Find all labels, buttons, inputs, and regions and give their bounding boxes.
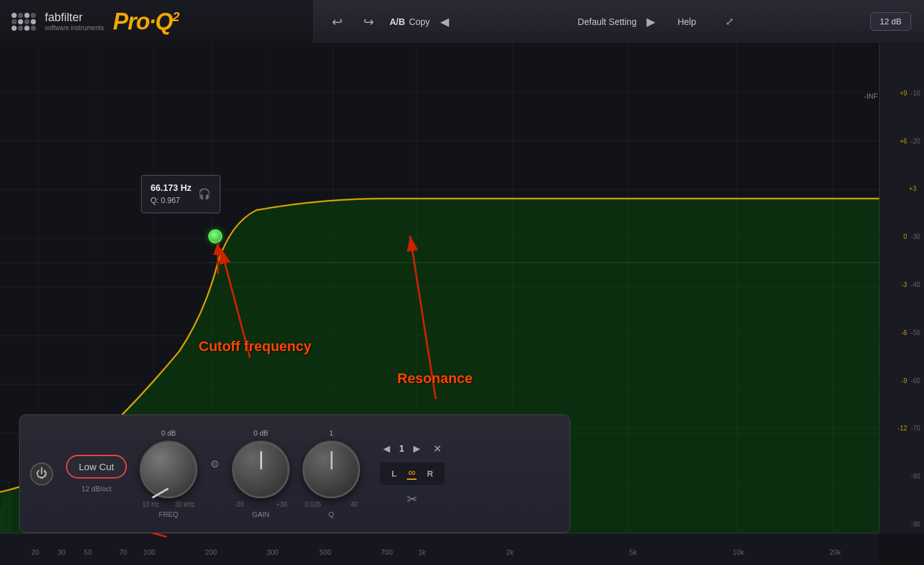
q-value: 1 [329, 429, 333, 437]
settings-icon[interactable]: ⚙ [210, 458, 219, 470]
channel-link-button[interactable]: ∞ [407, 467, 417, 480]
band-nav-top: ◀ 1 ▶ ✕ [379, 441, 445, 456]
logo-dot [18, 19, 23, 24]
prev-preset-arrow[interactable]: ◀ [440, 15, 449, 29]
close-band-button[interactable]: ✕ [429, 441, 445, 456]
logo-dot [18, 13, 23, 18]
db-row-2: +6 -20 [880, 138, 924, 145]
db-row-6: -9 -60 [880, 377, 924, 384]
product-name: Pro·Q2 [113, 8, 179, 35]
bottom-panel: ⏻ Low Cut 12 dB/oct 0 dB 10 Hz 30 kHz FR… [19, 414, 570, 533]
filter-type-group: Low Cut 12 dB/oct [66, 455, 127, 493]
freq-label: FREQ [159, 511, 179, 518]
db-row-zero: 0 -30 [880, 233, 924, 240]
gain-knob[interactable] [232, 441, 290, 498]
svg-rect-25 [5, 488, 6, 533]
ab-label: A/B [390, 17, 405, 27]
product-text: Pro·Q2 [113, 8, 179, 35]
db-row-4: -3 -40 [880, 281, 924, 288]
logo-dot [24, 13, 29, 18]
freq-labels: 20 30 50 70 100 200 300 500 700 1k 2k 5k… [0, 533, 879, 565]
svg-rect-24 [3, 495, 4, 533]
tooltip-q: Q: 0.967 [151, 195, 192, 207]
q-label: Q [329, 511, 334, 518]
logo-dot [31, 13, 36, 18]
logo-dot [24, 19, 29, 24]
copy-label[interactable]: Copy [409, 17, 430, 27]
logo-dot [12, 19, 17, 24]
eq-area: -INF [0, 44, 924, 565]
undo-button[interactable]: ↩ [327, 12, 348, 32]
freq-label-700: 700 [381, 548, 392, 556]
logo-dot [12, 26, 17, 31]
slope-label: 12 dB/oct [81, 485, 111, 493]
db-scale: +9 -10 +6 -20 +3 0 -30 -3 -40 -6 -50 -9 … [879, 44, 924, 533]
next-band-button[interactable]: ▶ [409, 442, 424, 455]
db-row-9: -90 [880, 521, 924, 528]
gain-value: 0 dB [254, 429, 268, 437]
tooltip-freq: 66.173 Hz [151, 181, 192, 195]
next-preset-arrow[interactable]: ▶ [647, 15, 656, 29]
band-control-point[interactable] [208, 229, 222, 243]
gain-label: GAIN [252, 511, 270, 518]
channel-r-button[interactable]: R [420, 466, 439, 481]
logo-dot [18, 26, 23, 31]
freq-label-70: 70 [119, 548, 127, 556]
freq-tooltip: 66.173 Hz Q: 0.967 🎧 [141, 175, 220, 213]
logo-dots [12, 13, 36, 31]
logo-dot [31, 26, 36, 31]
freq-knob[interactable] [140, 441, 197, 498]
freq-range: 10 Hz 30 kHz [140, 501, 197, 508]
ab-copy-group: A/B Copy [390, 17, 430, 27]
freq-label-20: 20 [31, 548, 39, 556]
gain-knob-group: 0 dB -30 +30 GAIN [232, 429, 290, 518]
freq-label-5k: 5k [629, 548, 637, 556]
preset-section: Default Setting [578, 17, 637, 27]
freq-label-30: 30 [58, 548, 65, 556]
db-row-7: -12 -70 [880, 425, 924, 432]
svg-rect-26 [8, 482, 9, 533]
scissors-button[interactable]: ✂ [407, 491, 418, 507]
expand-button[interactable]: ⤢ [718, 12, 741, 31]
freq-label-500: 500 [319, 548, 331, 556]
q-range: 0.025 40 [302, 501, 360, 508]
headphone-icon[interactable]: 🎧 [198, 186, 211, 202]
power-button[interactable]: ⏻ [30, 463, 53, 486]
db-row-5: -6 -50 [880, 329, 924, 336]
filter-type-selector[interactable]: Low Cut [66, 455, 127, 479]
freq-label-20k: 20k [830, 548, 841, 556]
db-row-3: +3 [880, 185, 924, 192]
logo-dot [12, 13, 17, 18]
channel-buttons: L ∞ R [380, 463, 445, 485]
help-button[interactable]: Help [666, 13, 707, 31]
freq-label-1k: 1k [418, 548, 426, 556]
right-panel: ◀ 1 ▶ ✕ L ∞ R ✂ [379, 441, 445, 507]
logo-section: fabfilter software instruments Pro·Q2 [0, 0, 314, 43]
freq-label-300: 300 [267, 548, 278, 556]
db-row-1: +9 -10 [880, 90, 924, 97]
freq-label-200: 200 [205, 548, 217, 556]
freq-knob-group: 0 dB 10 Hz 30 kHz FREQ [140, 429, 197, 518]
svg-rect-23 [0, 507, 1, 533]
preset-name: Default Setting [578, 17, 637, 27]
gain-range: -30 +30 [232, 501, 290, 508]
freq-value: 0 dB [161, 429, 176, 437]
gain-range-button[interactable]: 12 dB [870, 12, 911, 31]
top-bar: fabfilter software instruments Pro·Q2 ↩ … [0, 0, 924, 44]
band-navigation: ◀ 1 ▶ ✕ [379, 441, 445, 456]
q-knob[interactable] [302, 441, 360, 498]
redo-button[interactable]: ↪ [358, 12, 379, 32]
prev-band-button[interactable]: ◀ [379, 442, 394, 455]
freq-label-100: 100 [144, 548, 155, 556]
freq-label-10k: 10k [733, 548, 745, 556]
channel-l-button[interactable]: L [385, 466, 403, 481]
db-row-8: -80 [880, 473, 924, 480]
svg-rect-27 [10, 491, 12, 533]
freq-label-50: 50 [84, 548, 92, 556]
logo-dot [31, 19, 36, 24]
logo-dot [24, 26, 29, 31]
brand-name: fabfilter software instruments [45, 11, 104, 33]
q-knob-group: 1 0.025 40 Q [302, 429, 360, 518]
tooltip-content: 66.173 Hz Q: 0.967 [151, 181, 192, 208]
band-number: 1 [399, 443, 404, 454]
